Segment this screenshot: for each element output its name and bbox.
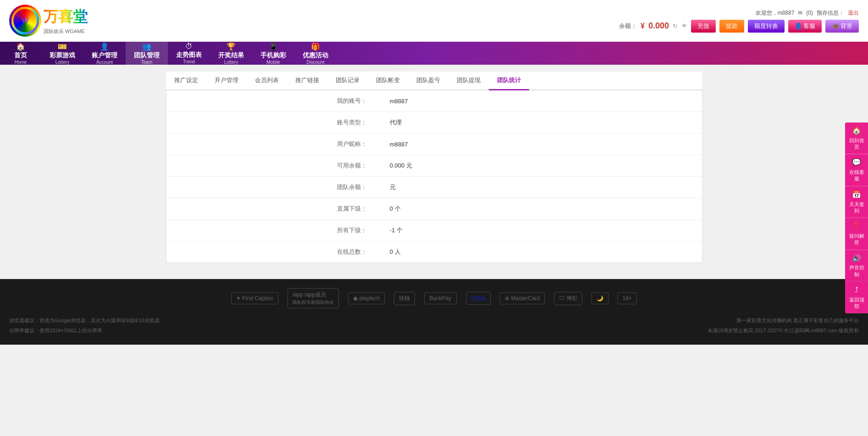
tab-team-stats[interactable]: 团队统计 bbox=[489, 72, 529, 90]
tab-team-record[interactable]: 团队记录 bbox=[327, 72, 368, 90]
sidebar-sound-label: 声音控制 bbox=[847, 264, 866, 278]
logo-text: 万喜堂 bbox=[44, 7, 88, 27]
sidebar-service[interactable]: 💬 在线客服 bbox=[845, 154, 868, 186]
nav-mobile-en: Mobile bbox=[266, 60, 280, 65]
sidebar-top[interactable]: ⤴ 返回顶部 bbox=[845, 282, 868, 313]
logo-icon: W bbox=[9, 5, 41, 37]
sidebar-service-label: 在线客服 bbox=[847, 169, 866, 182]
row-label-team-balance: 团队余额： bbox=[166, 177, 381, 198]
nav-team-zh: 团队管理 bbox=[134, 51, 160, 60]
main-content: 推广设定 开户管理 会员列表 推广链接 团队记录 团队帐变 团队盈亏 团队提现 … bbox=[159, 65, 709, 270]
header: W 万喜堂 国际娱乐 WGAME 欢迎您，m8887 ✉ (0) 预存信息： 退… bbox=[0, 0, 868, 42]
tab-promo-link[interactable]: 推广链接 bbox=[287, 72, 327, 90]
table-row: 在线总数： 0 人 bbox=[166, 241, 702, 263]
checkin-icon: 📅 bbox=[852, 190, 861, 200]
header-right: 欢迎您，m8887 ✉ (0) 预存信息： 退出 余额： ¥ 0.000 ↻ 👁… bbox=[619, 9, 859, 33]
footer: ✦ First Caption iapp iapp成员隐私权专家国际协会 ◉ p… bbox=[0, 279, 868, 345]
nav-account[interactable]: 👤 账户管理 Account bbox=[83, 42, 126, 65]
team-icon: 👥 bbox=[142, 42, 151, 51]
info-table: 我的账号： m8887 账号类型： 代理 用户昵称： m8887 可用余额： 0… bbox=[166, 90, 702, 263]
table-row: 用户昵称： m8887 bbox=[166, 134, 702, 155]
message-count: (0) bbox=[806, 10, 813, 16]
nav-account-en: Account bbox=[96, 60, 113, 65]
welcome-text: 欢迎您，m8887 bbox=[756, 9, 795, 17]
tab-member-list[interactable]: 会员列表 bbox=[247, 72, 287, 90]
transfer-button[interactable]: 额度转换 bbox=[748, 20, 785, 33]
lottery-icon: 🎫 bbox=[58, 42, 67, 51]
nav-trend[interactable]: ⏱ 走势图表 Trend bbox=[168, 42, 210, 65]
table-row: 我的账号： m8887 bbox=[166, 90, 702, 112]
nav-lottery-zh: 彩票游戏 bbox=[50, 51, 75, 60]
vip-label: 背景 bbox=[840, 22, 852, 30]
logout-link[interactable]: 退出 bbox=[848, 9, 859, 17]
row-value-all: -1 个 bbox=[381, 220, 702, 241]
result-icon: 🏆 bbox=[227, 42, 236, 51]
resolution-tip: 分辨率建议：使用1024×768以上的分辨率 bbox=[9, 325, 160, 335]
row-label-online: 在线总数： bbox=[166, 241, 381, 263]
logo-visa: VISA bbox=[466, 292, 491, 305]
top-icon: ⤴ bbox=[855, 285, 858, 295]
tab-promotion-settings[interactable]: 推广设定 bbox=[166, 72, 206, 90]
forecast-label: 预存信息： bbox=[817, 9, 844, 17]
row-label-balance: 可用余额： bbox=[166, 155, 381, 177]
sidebar-checkin-label: 天天签到 bbox=[847, 201, 866, 214]
nav-home-zh: 首页 bbox=[14, 51, 27, 60]
nav-discount-zh: 优惠活动 bbox=[303, 51, 328, 60]
sidebar-home[interactable]: 🏠 回到首页 bbox=[845, 123, 868, 154]
message-icon: ✉ bbox=[798, 10, 802, 16]
nav-team[interactable]: 👥 团队管理 Team bbox=[126, 42, 168, 65]
nav-home-en: Home bbox=[15, 60, 27, 65]
nav-result-en: Lottery bbox=[224, 60, 238, 65]
vip-button[interactable]: 🦋 背景 bbox=[825, 20, 859, 33]
row-label-direct: 直属下级： bbox=[166, 198, 381, 220]
balance-amount: 0.000 bbox=[648, 21, 669, 31]
row-value-balance: 0.000 元 bbox=[381, 155, 702, 177]
nav-lottery[interactable]: 🎫 彩票游戏 Lottery bbox=[41, 42, 83, 65]
service-button[interactable]: 👤 客服 bbox=[788, 20, 822, 33]
nav-result-zh: 开奖结果 bbox=[218, 51, 244, 60]
right-sidebar: 🏠 回到首页 💬 在线客服 📅 天天签到 ❓ 疑问解答 🔊 声音控制 ⤴ 返回顶… bbox=[845, 123, 868, 313]
svg-text:W: W bbox=[22, 17, 29, 24]
main-nav: 🏠 首页 Home 🎫 彩票游戏 Lottery 👤 账户管理 Account … bbox=[0, 42, 868, 65]
row-value-direct: 0 个 bbox=[381, 198, 702, 220]
footer-left: 浏览器建议：首选为Google浏览器，其次为火狐和IE9或IE10浏览器 分辨率… bbox=[9, 315, 160, 335]
tab-team-change[interactable]: 团队帐变 bbox=[368, 72, 408, 90]
logo-kuaiqian: 快钱 bbox=[394, 292, 415, 305]
home-sidebar-icon: 🏠 bbox=[852, 126, 861, 136]
logo-mastercard: ⊕ MasterCard bbox=[500, 292, 545, 304]
vip-icon: 🦋 bbox=[832, 22, 839, 29]
nav-mobile[interactable]: 📱 手机购彩 Mobile bbox=[252, 42, 294, 65]
sidebar-checkin[interactable]: 📅 天天签到 bbox=[845, 186, 868, 218]
team-stats-panel: 我的账号： m8887 账号类型： 代理 用户昵称： m8887 可用余额： 0… bbox=[166, 90, 702, 263]
sidebar-sound[interactable]: 🔊 声音控制 bbox=[845, 250, 868, 281]
nav-trend-zh: 走势图表 bbox=[176, 51, 202, 59]
refresh-icon[interactable]: ↻ bbox=[673, 22, 678, 29]
table-row: 直属下级： 0 个 bbox=[166, 198, 702, 220]
tab-team-withdraw[interactable]: 团队提现 bbox=[448, 72, 489, 90]
logo-bankpay: BankPay bbox=[424, 292, 456, 304]
sidebar-home-label: 回到首页 bbox=[847, 137, 866, 151]
row-value-online: 0 人 bbox=[381, 241, 702, 263]
age-warning: 未满18周岁禁止购买 2017-2027© 长江源码网-m8887.com 版权… bbox=[708, 325, 859, 335]
footer-right: 第一家彩票文化传播机构 真正属于彩客自己的服务平台 未满18周岁禁止购买 201… bbox=[708, 315, 859, 335]
nav-discount[interactable]: 🎁 优惠活动 Discount bbox=[294, 42, 337, 65]
row-value-type: 代理 bbox=[381, 112, 702, 134]
row-value-team-balance: 元 bbox=[381, 177, 702, 198]
logo-playtech: ◉ playtech bbox=[348, 292, 385, 304]
tab-team-profit[interactable]: 团队盈亏 bbox=[408, 72, 448, 90]
row-label-all: 所有下级： bbox=[166, 220, 381, 241]
logo-area: W 万喜堂 国际娱乐 WGAME bbox=[9, 5, 88, 37]
mobile-icon: 📱 bbox=[269, 42, 278, 51]
tab-open-account[interactable]: 开户管理 bbox=[206, 72, 247, 90]
row-value-account: m8887 bbox=[381, 90, 702, 112]
sidebar-faq[interactable]: ❓ 疑问解答 bbox=[845, 218, 868, 250]
account-icon: 👤 bbox=[100, 42, 109, 51]
nav-result[interactable]: 🏆 开奖结果 Lottery bbox=[210, 42, 252, 65]
logo-moon: 🌙 bbox=[592, 292, 608, 304]
charge-button[interactable]: 充值 bbox=[691, 20, 716, 33]
row-label-type: 账号类型： bbox=[166, 112, 381, 134]
trend-icon: ⏱ bbox=[185, 42, 193, 50]
nav-home[interactable]: 🏠 首页 Home bbox=[0, 42, 41, 65]
eye-icon[interactable]: 👁 bbox=[681, 22, 687, 29]
withdraw-button[interactable]: 提款 bbox=[719, 20, 744, 33]
